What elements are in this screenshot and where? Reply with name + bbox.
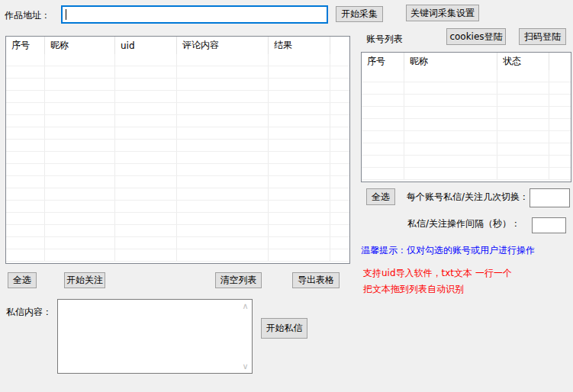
table-row[interactable]	[6, 249, 349, 262]
interval-input[interactable]	[532, 217, 566, 233]
column-header[interactable]: 昵称	[404, 53, 497, 70]
table-cell	[6, 103, 45, 114]
table-row[interactable]	[362, 168, 571, 180]
table-cell	[330, 127, 349, 139]
table-row[interactable]	[6, 127, 349, 140]
table-cell	[45, 201, 115, 212]
table-cell	[115, 115, 177, 127]
table-cell	[404, 70, 497, 82]
account-select-all-button[interactable]: 全选	[366, 188, 395, 205]
cookies-login-button[interactable]: cookies登陆	[446, 28, 506, 45]
table-cell	[6, 237, 45, 249]
table-row[interactable]	[6, 152, 349, 164]
table-cell	[497, 70, 549, 82]
table-row[interactable]	[6, 103, 349, 115]
table-row[interactable]	[6, 164, 349, 176]
table-cell	[269, 66, 330, 78]
table-row[interactable]	[6, 79, 349, 91]
work-url-input[interactable]	[61, 5, 328, 24]
table-row[interactable]	[362, 119, 571, 131]
table-row[interactable]	[6, 54, 349, 66]
table-cell	[269, 201, 330, 212]
column-header[interactable]	[549, 53, 571, 70]
table-cell	[269, 127, 330, 139]
keyword-collect-settings-button[interactable]: 关键词采集设置	[406, 5, 479, 21]
table-cell	[115, 249, 177, 261]
column-header[interactable]: 昵称	[45, 37, 115, 54]
dm-textarea-scrollbar[interactable]: ∧ ∨	[239, 300, 252, 373]
table-row[interactable]	[362, 131, 571, 143]
account-list[interactable]: 序号昵称状态	[361, 52, 571, 182]
table-cell	[497, 95, 549, 106]
table-cell	[115, 54, 177, 66]
table-row[interactable]	[362, 95, 571, 107]
table-row[interactable]	[6, 213, 349, 225]
table-cell	[330, 54, 349, 66]
export-table-button[interactable]: 导出表格	[292, 272, 340, 288]
start-collect-button[interactable]: 开始采集	[336, 6, 383, 22]
table-cell	[404, 131, 497, 143]
column-header[interactable]: 状态	[497, 53, 549, 70]
table-cell	[549, 168, 571, 179]
scroll-down-icon[interactable]: ∨	[242, 362, 248, 371]
column-header[interactable]	[330, 37, 349, 54]
table-row[interactable]	[6, 201, 349, 213]
table-cell	[362, 131, 404, 143]
table-row[interactable]	[362, 107, 571, 119]
table-row[interactable]	[362, 82, 571, 95]
tip-blue-text: 温馨提示：仅对勾选的账号或用户进行操作	[361, 245, 535, 256]
comment-list[interactable]: 序号昵称uid评论内容结果	[5, 36, 350, 264]
column-header[interactable]: 结果	[269, 37, 330, 54]
table-cell	[45, 103, 115, 114]
table-row[interactable]	[6, 225, 349, 237]
table-cell	[45, 66, 115, 78]
comment-select-all-button[interactable]: 全选	[8, 272, 37, 288]
table-row[interactable]	[362, 70, 571, 82]
table-cell	[177, 103, 269, 114]
table-cell	[330, 103, 349, 114]
table-row[interactable]	[362, 156, 571, 168]
table-cell	[177, 201, 269, 212]
table-cell	[404, 107, 497, 118]
account-list-title: 账号列表	[366, 34, 403, 45]
clear-list-button[interactable]: 清空列表	[215, 272, 262, 288]
table-cell	[45, 91, 115, 102]
table-cell	[362, 107, 404, 118]
table-cell	[45, 176, 115, 188]
table-row[interactable]	[362, 143, 571, 156]
table-cell	[404, 82, 497, 94]
table-cell	[6, 201, 45, 212]
start-follow-button[interactable]: 开始关注	[64, 272, 105, 288]
scroll-up-icon[interactable]: ∧	[242, 302, 248, 310]
table-cell	[330, 237, 349, 249]
table-cell	[6, 176, 45, 188]
table-row[interactable]	[6, 176, 349, 188]
table-row[interactable]	[6, 66, 349, 79]
table-cell	[6, 79, 45, 90]
column-header[interactable]: 序号	[6, 37, 45, 54]
table-row[interactable]	[6, 237, 349, 249]
table-row[interactable]	[6, 91, 349, 103]
column-header[interactable]: 序号	[362, 53, 404, 70]
column-header[interactable]: 评论内容	[177, 37, 269, 54]
start-dm-button[interactable]: 开始私信	[261, 318, 307, 339]
column-header[interactable]: uid	[115, 37, 177, 54]
table-cell	[177, 152, 269, 163]
table-cell	[177, 115, 269, 127]
table-cell	[269, 103, 330, 114]
tip-red-text-line2: 把文本拖到列表自动识别	[363, 284, 464, 295]
table-row[interactable]	[6, 188, 349, 201]
dm-content-textarea[interactable]: ∧ ∨	[57, 299, 253, 374]
table-row[interactable]	[6, 140, 349, 152]
table-cell	[45, 115, 115, 127]
table-cell	[6, 115, 45, 127]
table-row[interactable]	[6, 115, 349, 127]
table-cell	[330, 176, 349, 188]
table-cell	[330, 91, 349, 102]
table-cell	[362, 119, 404, 130]
table-cell	[549, 70, 571, 82]
table-cell	[177, 237, 269, 249]
switch-count-input[interactable]	[530, 188, 570, 207]
qr-login-button[interactable]: 扫码登陆	[519, 28, 566, 45]
table-cell	[330, 79, 349, 90]
